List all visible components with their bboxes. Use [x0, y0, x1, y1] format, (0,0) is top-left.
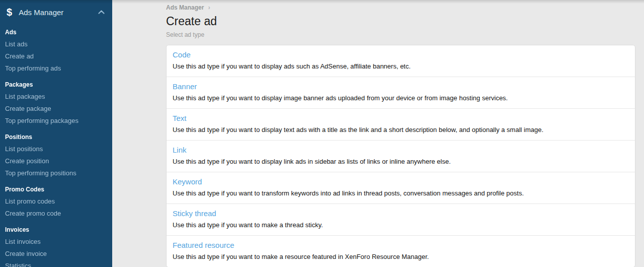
ad-type-row-sticky-thread[interactable]: Sticky threadUse this ad type if you wan… — [167, 204, 635, 235]
ad-type-description: Use this ad type if you want to display … — [173, 94, 629, 102]
ad-type-link-text[interactable]: Text — [173, 114, 187, 123]
ad-type-row-text[interactable]: TextUse this ad type if you want to disp… — [167, 108, 635, 140]
ad-type-link-featured-resource[interactable]: Featured resource — [173, 241, 234, 250]
sidebar-section-header-invoices: Invoices — [5, 226, 107, 234]
chevron-up-icon[interactable] — [98, 10, 105, 14]
sidebar-section-header-ads: Ads — [5, 28, 107, 36]
sidebar-section-positions: PositionsList positionsCreate positionTo… — [0, 133, 112, 179]
ad-type-link-link[interactable]: Link — [173, 146, 187, 155]
sidebar-section-promo-codes: Promo CodesList promo codesCreate promo … — [0, 185, 112, 220]
ad-type-link-keyword[interactable]: Keyword — [173, 177, 202, 186]
breadcrumb-separator-icon: › — [208, 4, 210, 11]
sidebar-item-create-promo-code[interactable]: Create promo code — [5, 208, 107, 220]
sidebar-item-list-promo-codes[interactable]: List promo codes — [5, 195, 107, 208]
sidebar-section-items: List adsCreate adTop performing ads — [5, 38, 107, 75]
sidebar-item-list-packages[interactable]: List packages — [5, 91, 107, 103]
sidebar-item-top-performing-positions[interactable]: Top performing positions — [5, 167, 107, 179]
sidebar-section-ads: AdsList adsCreate adTop performing ads — [0, 28, 112, 75]
sidebar-section-items: List packagesCreate packageTop performin… — [5, 91, 107, 127]
ad-type-row-featured-resource[interactable]: Featured resourceUse this ad type if you… — [167, 235, 635, 267]
page-title: Create ad — [166, 14, 635, 28]
sidebar: $ Ads Manager AdsList adsCreate adTop pe… — [0, 0, 112, 267]
sidebar-item-create-package[interactable]: Create package — [5, 103, 107, 115]
breadcrumb: Ads Manager › — [166, 4, 635, 11]
main-content: Ads Manager › Create ad Select ad type C… — [112, 0, 644, 267]
sidebar-section-header-promo-codes: Promo Codes — [5, 185, 107, 193]
sidebar-section-items: List promo codesCreate promo code — [5, 195, 107, 220]
ad-type-description: Use this ad type if you want to make a t… — [173, 221, 629, 229]
ad-type-description: Use this ad type if you want to display … — [173, 126, 629, 134]
ad-type-list: CodeUse this ad type if you want to disp… — [166, 45, 635, 267]
ad-type-description: Use this ad type if you want to transfor… — [173, 189, 629, 197]
ad-type-link-banner[interactable]: Banner — [173, 82, 197, 91]
dollar-icon: $ — [7, 7, 12, 17]
sidebar-item-list-positions[interactable]: List positions — [5, 143, 107, 155]
sidebar-item-create-invoice[interactable]: Create invoice — [5, 248, 107, 260]
sidebar-section-items: List positionsCreate positionTop perform… — [5, 143, 107, 179]
ad-type-description: Use this ad type if you want to display … — [173, 62, 629, 71]
sidebar-title: Ads Manager — [19, 8, 98, 17]
sidebar-section-packages: PackagesList packagesCreate packageTop p… — [0, 81, 112, 127]
ad-type-link-sticky-thread[interactable]: Sticky thread — [173, 209, 216, 218]
sidebar-item-list-invoices[interactable]: List invoices — [5, 236, 107, 248]
ad-type-row-link[interactable]: LinkUse this ad type if you want to disp… — [167, 140, 635, 172]
ad-type-link-code[interactable]: Code — [173, 50, 191, 59]
sidebar-nav: AdsList adsCreate adTop performing adsPa… — [0, 24, 112, 267]
sidebar-section-header-positions: Positions — [5, 133, 107, 141]
sidebar-item-statistics[interactable]: Statistics — [5, 260, 107, 267]
sidebar-item-top-performing-packages[interactable]: Top performing packages — [5, 115, 107, 127]
sidebar-item-create-ad[interactable]: Create ad — [5, 50, 107, 62]
page-subtitle: Select ad type — [166, 32, 635, 38]
sidebar-item-top-performing-ads[interactable]: Top performing ads — [5, 62, 107, 75]
ad-type-row-code[interactable]: CodeUse this ad type if you want to disp… — [167, 45, 635, 77]
sidebar-section-invoices: InvoicesList invoicesCreate invoiceStati… — [0, 226, 112, 267]
sidebar-item-list-ads[interactable]: List ads — [5, 38, 107, 50]
sidebar-header[interactable]: $ Ads Manager — [0, 0, 112, 24]
sidebar-section-header-packages: Packages — [5, 81, 107, 89]
sidebar-section-items: List invoicesCreate invoiceStatistics — [5, 236, 107, 267]
ad-type-description: Use this ad type if you want to make a r… — [173, 253, 629, 261]
ad-type-description: Use this ad type if you want to display … — [173, 158, 629, 166]
ad-type-row-keyword[interactable]: KeywordUse this ad type if you want to t… — [167, 172, 635, 204]
sidebar-item-create-position[interactable]: Create position — [5, 155, 107, 167]
breadcrumb-ads-manager[interactable]: Ads Manager — [166, 4, 204, 11]
ad-type-row-banner[interactable]: BannerUse this ad type if you want to di… — [167, 77, 635, 108]
